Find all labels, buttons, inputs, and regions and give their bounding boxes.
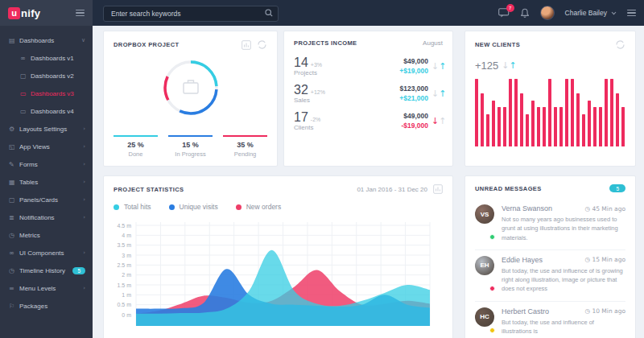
legend-item-unique-visits[interactable]: Unique visits (169, 203, 218, 211)
monitor-icon: ▢ (20, 72, 31, 80)
legend-item-total-hits[interactable]: Total hits (114, 203, 151, 211)
user-name: Charlie Bailey (565, 9, 607, 17)
sidebar-item-notifications[interactable]: ≣Notifications› (0, 208, 93, 226)
legend-dot-icon (169, 204, 175, 210)
clock-icon: ◷ (584, 307, 590, 315)
sidebar-item-dashboards[interactable]: ▤Dashboards∨ (0, 31, 93, 49)
stat-value: 25 % (114, 141, 158, 149)
sidebar-item-label: Panels/Cards (19, 196, 83, 204)
metric-amount: $49,000 (401, 112, 428, 120)
metric-delta: +12% (311, 89, 325, 95)
message-text: But today, the use and influence of is g… (502, 266, 625, 294)
message-time: ◷ 10 Min ago (584, 307, 625, 315)
sidebar-item-timeline-history[interactable]: ◷Timeline History5 (0, 262, 93, 279)
income-rows: 14+3%Projects$49,000+$19,000↓↑32+12%Sale… (284, 52, 452, 131)
user-menu[interactable]: Charlie Bailey (565, 9, 617, 17)
y-tick-label: 4.5 m (117, 223, 131, 229)
chevron-right-icon: › (83, 285, 85, 291)
income-row-clients: 17-2%Clients$49,000-$19,000↓↑ (294, 110, 443, 131)
legend-item-new-orders[interactable]: New orders (236, 203, 281, 211)
income-row-sales: 32+12%Sales$123,000+$21,000↓↑ (294, 83, 443, 104)
legend-label: Total hits (124, 203, 151, 211)
search-icon[interactable] (265, 9, 273, 17)
trend-arrows-icon: ↓↑ (431, 89, 443, 99)
sidebar-item-dashboards-v3[interactable]: ▭Dashboards v3 (0, 84, 93, 102)
panel-icon: ▢ (9, 196, 19, 204)
sidebar-item-dashboards-v4[interactable]: ▭Dashboards v4 (0, 102, 93, 120)
sender-name: Verna Swanson (502, 204, 552, 212)
app-logo[interactable]: u nify (8, 7, 40, 19)
bar-12 (543, 107, 546, 146)
clock-icon: ◷ (584, 205, 590, 212)
chart-box-icon[interactable] (242, 40, 251, 50)
message-time: ◷ 15 Min ago (584, 256, 625, 263)
chat-button[interactable]: 7 (498, 8, 510, 18)
sidebar-item-packages[interactable]: ⚐Packages (0, 297, 93, 315)
bar-21 (593, 107, 597, 146)
sidebar-item-tables[interactable]: ▦Tables› (0, 173, 93, 191)
project-statistics-area-chart: 4.5 m4 m3.5 m3 m2.5 m2 m1.5 m1 m0.5 m0 m (104, 217, 452, 326)
message-item-eddie-hayes[interactable]: EHEddie Hayes◷ 15 Min agoBut today, the … (475, 250, 625, 302)
area-chart-svg: 4.5 m4 m3.5 m3 m2.5 m2 m1.5 m1 m0.5 m0 m (104, 217, 435, 326)
sidebar-item-forms[interactable]: ✎Forms› (0, 155, 93, 173)
chevron-right-icon: › (83, 214, 85, 221)
legend-dot-icon (114, 204, 119, 210)
gear-icon: ⚙ (9, 126, 19, 133)
sidebar-item-label: Menu Levels (19, 285, 83, 292)
metric-value: 32 (294, 83, 308, 97)
chevron-down-icon (611, 11, 617, 15)
bar-26 (621, 107, 625, 146)
sidebar-item-badge: 5 (72, 267, 85, 274)
sidebar-toggle-icon[interactable] (76, 10, 85, 17)
sidebar-item-dashboards-v2[interactable]: ▢Dashboards v2 (0, 67, 93, 84)
date-range-picker[interactable]: 01 Jan 2016 - 31 Dec 20 (357, 186, 427, 193)
sidebar-item-panels-cards[interactable]: ▢Panels/Cards› (0, 191, 93, 208)
bar-11 (537, 107, 540, 146)
dropbox-stat-pending: 35 %Pending (223, 135, 267, 158)
card-title: PROJECT STATISTICS (114, 186, 184, 193)
stat-label: In Progress (168, 150, 213, 158)
refresh-icon[interactable] (615, 39, 625, 50)
legend-label: New orders (246, 203, 281, 211)
chevron-right-icon: › (83, 126, 85, 132)
income-row-projects: 14+3%Projects$49,000+$19,000↓↑ (294, 56, 443, 76)
user-avatar[interactable] (540, 6, 555, 20)
sidebar-item-menu-levels[interactable]: ≡Menu Levels› (0, 279, 93, 297)
bar-4 (497, 107, 501, 146)
donut-chart-svg (159, 56, 223, 120)
search-input[interactable] (103, 6, 279, 22)
notifications-button[interactable] (520, 8, 530, 19)
stat-value: 15 % (168, 141, 213, 149)
sidebar-item-layouts-settings[interactable]: ⚙Layouts Settings› (0, 120, 93, 138)
status-dot (489, 286, 495, 291)
topbar-menu-icon[interactable] (627, 10, 636, 17)
avatar: VS (475, 204, 494, 242)
sidebar-item-dashboards-v1[interactable]: ∞Dashboards v1 (0, 49, 93, 67)
pencil-icon: ✎ (9, 161, 19, 168)
sidebar-item-ui-components[interactable]: ∞UI Components› (0, 244, 93, 262)
stat-value: 35 % (223, 141, 267, 149)
messages-list: VSVerna Swanson◷ 45 Min agoNot so many y… (465, 197, 635, 338)
metric-delta: -2% (311, 117, 320, 122)
dropbox-donut-chart (104, 56, 277, 120)
message-item-herbert-castro[interactable]: HCHerbert Castro◷ 10 Min agoBut today, t… (475, 302, 625, 338)
database-icon: ▤ (9, 37, 19, 44)
chevron-down-icon: ∨ (81, 37, 85, 43)
clock-icon: ◷ (584, 256, 590, 263)
topbar-actions: 7 Charlie Bailey (498, 0, 636, 26)
bar-17 (571, 79, 574, 146)
metric-change: +$21,000 (399, 94, 428, 102)
sidebar-item-label: Notifications (19, 214, 83, 221)
sidebar-item-metrics[interactable]: ◷Metrics (0, 226, 93, 244)
stat-label: Pending (223, 150, 267, 158)
bar-13 (548, 79, 551, 146)
bar-6 (509, 79, 512, 146)
bar-8 (520, 93, 523, 146)
chart-box-icon[interactable] (433, 184, 443, 194)
chevron-right-icon: › (83, 143, 85, 150)
sidebar-item-app-views[interactable]: ◱App Views› (0, 138, 93, 155)
card-title: NEW CLIENTS (475, 41, 520, 48)
refresh-icon[interactable] (257, 39, 267, 50)
message-item-verna-swanson[interactable]: VSVerna Swanson◷ 45 Min agoNot so many y… (475, 199, 625, 250)
bar-16 (565, 79, 568, 146)
